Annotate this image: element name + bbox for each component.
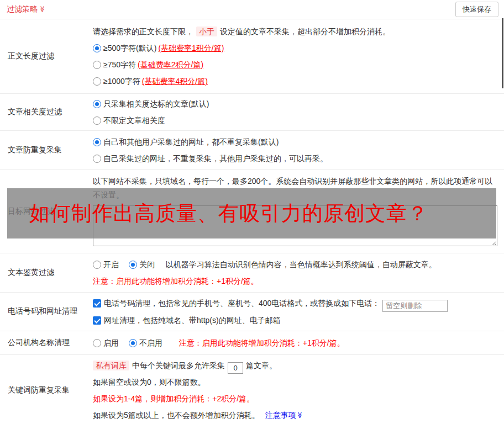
row-dedupe-collection: 文章防重复采集 自己和其他用户采集过的网址，都不重复采集(默认) 自己采集过的网… bbox=[0, 131, 504, 170]
radio-icon[interactable] bbox=[93, 61, 101, 69]
row-relevance-filter: 文章相关度过滤 只采集相关度达标的文章(默认) 不限定文章相关度 bbox=[0, 94, 504, 131]
porn-desc: 以机器学习算法自动识别色情内容，当色情概率达到系统阈值，自动屏蔽文章。 bbox=[166, 260, 437, 269]
option-label: 开启 bbox=[103, 260, 119, 269]
option-label: 网址清理，包括纯域名、带http(s)的网址、电子邮箱 bbox=[104, 316, 281, 325]
row-label: 文章防重复采集 bbox=[0, 131, 93, 169]
keyword-limit-suffix: 篇文章。 bbox=[246, 361, 277, 370]
row-company-name-cleanup: 公司机构名称清理 启用 不启用 注意：启用此功能将增加积分消耗：+1积分/篇。 bbox=[0, 331, 504, 355]
row-content: 请选择需求的正文长度下限，小于设定值的文章不采集，超出部分不增加积分消耗。 ≥5… bbox=[93, 19, 504, 93]
fee-note: (基础费率1积分/篇) bbox=[158, 44, 224, 52]
porn-option-on[interactable]: 开启 bbox=[93, 260, 119, 269]
scrollbar-thumb[interactable] bbox=[502, 18, 503, 88]
length-option-750[interactable]: ≥750字符(基础费率2积分/篇) bbox=[93, 56, 497, 73]
highlight-less-than: 小于 bbox=[196, 26, 217, 36]
url-cleanup-option[interactable]: 网址清理，包括纯域名、带http(s)的网址、电子邮箱 bbox=[93, 316, 281, 325]
option-label: 启用 bbox=[103, 338, 119, 347]
page-header: 过滤策略≫ 快速保存 bbox=[0, 0, 504, 19]
keyword-note-five: 如果设为5篇或以上，也不会额外增加积分消耗。 bbox=[93, 411, 260, 420]
radio-icon[interactable] bbox=[93, 155, 101, 163]
checkbox-icon[interactable] bbox=[93, 316, 101, 325]
page-title[interactable]: 过滤策略≫ bbox=[7, 4, 46, 14]
radio-icon[interactable] bbox=[93, 100, 101, 108]
company-option-enable[interactable]: 启用 bbox=[93, 338, 119, 347]
company-option-disable[interactable]: 不启用 bbox=[129, 338, 162, 347]
fee-note: (基础费率2积分/篇) bbox=[138, 60, 203, 69]
company-cost-note: 注意：启用此功能将增加积分消耗：+1积分/篇。 bbox=[179, 338, 345, 347]
intro-text-before: 请选择需求的正文长度下限， bbox=[93, 27, 193, 36]
radio-icon[interactable] bbox=[93, 77, 101, 86]
url-cleanup-line: 网址清理，包括纯域名、带http(s)的网址、电子邮箱 bbox=[93, 312, 497, 328]
radio-icon[interactable] bbox=[93, 261, 101, 269]
chevron-down-icon: ≫ bbox=[292, 412, 308, 418]
row-porn-filter: 文本鉴黄过滤 开启 关闭 以机器学习算法自动识别色情内容，当色情概率达到系统阈值… bbox=[0, 253, 504, 293]
highlight-private-lexicon: 私有词库 bbox=[93, 361, 129, 370]
dedupe-option-global[interactable]: 自己和其他用户采集过的网址，都不重复采集(默认) bbox=[93, 134, 497, 150]
radio-icon[interactable] bbox=[93, 44, 101, 52]
checkbox-icon[interactable] bbox=[93, 299, 101, 308]
radio-icon[interactable] bbox=[93, 339, 101, 347]
porn-cost-note: 注意：启用此功能将增加积分消耗：+1积分/篇。 bbox=[93, 273, 497, 289]
row-content: 开启 关闭 以机器学习算法自动识别色情内容，当色情概率达到系统阈值，自动屏蔽文章… bbox=[93, 253, 504, 292]
intro-text-after: 设定值的文章不采集，超出部分不增加积分消耗。 bbox=[220, 27, 390, 36]
relevance-option-any[interactable]: 不限定文章相关度 bbox=[93, 112, 497, 129]
radio-icon[interactable] bbox=[93, 138, 101, 146]
keyword-note-five-line: 如果设为5篇或以上，也不会额外增加积分消耗。注意事项≫ bbox=[93, 407, 497, 423]
filter-settings-page: 过滤策略≫ 快速保存 正文长度过滤 请选择需求的正文长度下限，小于设定值的文章不… bbox=[0, 0, 504, 424]
option-label: 自己和其他用户采集过的网址，都不重复采集(默认) bbox=[103, 137, 279, 146]
keyword-max-count-input[interactable] bbox=[228, 362, 243, 374]
length-option-500[interactable]: ≥500字符(默认)(基础费率1积分/篇) bbox=[93, 40, 497, 56]
dedupe-option-self[interactable]: 自己采集过的网址，不重复采集，其他用户采集过的，可以再采。 bbox=[93, 150, 497, 167]
option-label: ≥500字符(默认) bbox=[103, 44, 156, 52]
phone-cleanup-line: 电话号码清理，包括常见的手机号、座机号、400电话格式，或替换成如下电话： bbox=[93, 295, 497, 312]
row-content-length-filter: 正文长度过滤 请选择需求的正文长度下限，小于设定值的文章不采集，超出部分不增加积… bbox=[0, 19, 504, 94]
radio-icon[interactable] bbox=[129, 339, 137, 347]
radio-icon[interactable] bbox=[93, 116, 101, 125]
option-label: 只采集相关度达标的文章(默认) bbox=[103, 99, 209, 108]
company-options-line: 启用 不启用 注意：启用此功能将增加积分消耗：+1积分/篇。 bbox=[93, 335, 497, 351]
quick-save-button[interactable]: 快速保存 bbox=[455, 2, 498, 17]
row-label: 文本鉴黄过滤 bbox=[0, 253, 93, 292]
watermark-overlay: 如何制作出高质量、有吸引力的原创文章？ bbox=[7, 188, 496, 239]
keyword-limit-text: 中每个关键词最多允许采集 bbox=[132, 361, 225, 370]
keyword-note-zero: 如果留空或设为0，则不限篇数。 bbox=[93, 374, 497, 390]
watermark-text: 如何制作出高质量、有吸引力的原创文章？ bbox=[29, 200, 428, 227]
fee-note: (基础费率4积分/篇) bbox=[142, 77, 208, 86]
relevance-option-strict[interactable]: 只采集相关度达标的文章(默认) bbox=[93, 96, 497, 112]
option-label: 关闭 bbox=[139, 260, 155, 269]
keyword-limit-line: 私有词库中每个关键词最多允许采集篇文章。 bbox=[93, 357, 497, 374]
row-label: 正文长度过滤 bbox=[0, 19, 93, 93]
length-option-1000[interactable]: ≥1000字符(基础费率4积分/篇) bbox=[93, 73, 497, 89]
phone-cleanup-option[interactable]: 电话号码清理，包括常见的手机号、座机号、400电话格式，或替换成如下电话： bbox=[93, 299, 380, 308]
row-label: 电话号码和网址清理 bbox=[0, 293, 93, 331]
row-label: 关键词防重复采集 bbox=[0, 355, 93, 424]
porn-option-off[interactable]: 关闭 bbox=[129, 260, 155, 269]
row-label: 公司机构名称清理 bbox=[0, 331, 93, 354]
option-label: 不启用 bbox=[139, 338, 162, 347]
replacement-phone-input[interactable] bbox=[382, 300, 448, 312]
row-phone-url-cleanup: 电话号码和网址清理 电话号码清理，包括常见的手机号、座机号、400电话格式，或替… bbox=[0, 293, 504, 331]
row-content: 启用 不启用 注意：启用此功能将增加积分消耗：+1积分/篇。 bbox=[93, 331, 504, 354]
option-label: 不限定文章相关度 bbox=[103, 116, 165, 125]
keyword-note-cost: 如果设为1-4篇，则增加积分消耗：+2积分/篇。 bbox=[93, 390, 497, 407]
row-content: 自己和其他用户采集过的网址，都不重复采集(默认) 自己采集过的网址，不重复采集，… bbox=[93, 131, 504, 169]
chevron-down-icon: ≫ bbox=[39, 6, 46, 13]
option-label: 电话号码清理，包括常见的手机号、座机号、400电话格式，或替换成如下电话： bbox=[104, 299, 380, 308]
page-title-text: 过滤策略 bbox=[7, 4, 38, 13]
row-content: 电话号码清理，包括常见的手机号、座机号、400电话格式，或替换成如下电话： 网址… bbox=[93, 293, 504, 331]
porn-options-line: 开启 关闭 以机器学习算法自动识别色情内容，当色情概率达到系统阈值，自动屏蔽文章… bbox=[93, 256, 497, 273]
row-content: 私有词库中每个关键词最多允许采集篇文章。 如果留空或设为0，则不限篇数。 如果设… bbox=[93, 355, 504, 424]
notice-link[interactable]: 注意事项≫ bbox=[265, 411, 303, 420]
radio-icon[interactable] bbox=[129, 261, 137, 269]
row-content: 只采集相关度达标的文章(默认) 不限定文章相关度 bbox=[93, 94, 504, 130]
row-keyword-dedupe: 关键词防重复采集 私有词库中每个关键词最多允许采集篇文章。 如果留空或设为0，则… bbox=[0, 355, 504, 424]
option-label: 自己采集过的网址，不重复采集，其他用户采集过的，可以再采。 bbox=[103, 154, 328, 163]
length-intro-line: 请选择需求的正文长度下限，小于设定值的文章不采集，超出部分不增加积分消耗。 bbox=[93, 23, 497, 40]
option-label: ≥750字符 bbox=[103, 60, 136, 69]
option-label: ≥1000字符 bbox=[103, 77, 140, 86]
row-label: 文章相关度过滤 bbox=[0, 94, 93, 130]
